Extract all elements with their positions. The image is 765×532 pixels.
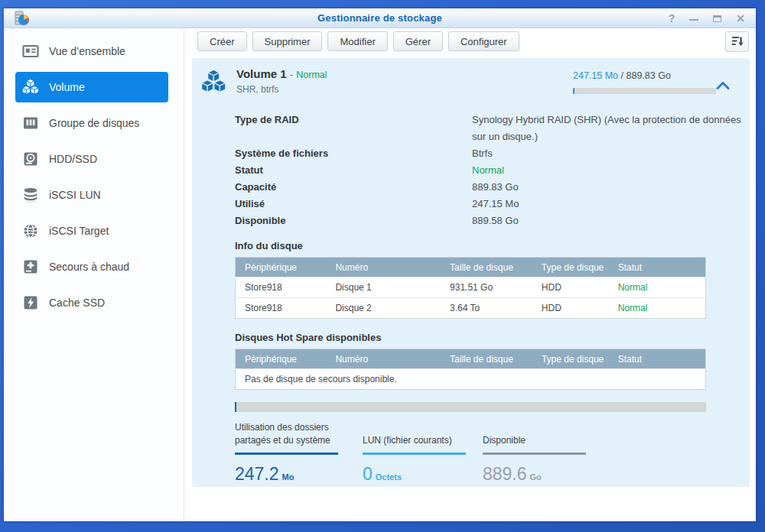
legend-unit: Octets xyxy=(376,472,402,482)
legend-underline-lun xyxy=(363,453,466,455)
detail-row: Système de fichiers Btrfs xyxy=(192,145,750,162)
detail-value: 889.83 Go xyxy=(472,179,749,196)
usage-used-text: 247.15 Mo xyxy=(573,70,618,81)
col-number: Numéro xyxy=(326,349,441,369)
volume-details: Type de RAID Synology Hybrid RAID (SHR) … xyxy=(192,112,750,229)
col-type: Type de disque xyxy=(532,349,609,369)
storage-manager-window: Gestionnaire de stockage ? ✕ Vue d’ense xyxy=(4,8,756,521)
status-cell: Normal xyxy=(609,298,706,319)
sidebar: Vue d’ensemble xyxy=(4,28,184,521)
usage-legend: Utilisation des dossiers partagés et du … xyxy=(192,420,750,485)
col-device: Périphérique xyxy=(236,258,327,277)
iscsi-lun-icon xyxy=(22,187,39,203)
col-status: Statut xyxy=(609,258,706,277)
window-title: Gestionnaire de stockage xyxy=(4,12,756,24)
iscsi-target-icon xyxy=(22,222,39,239)
legend-label: Utilisation des dossiers partagés et du … xyxy=(235,420,338,453)
configure-button[interactable]: Configurer xyxy=(448,31,519,51)
minimize-button[interactable] xyxy=(689,16,698,21)
legend-label: LUN (fichier courants) xyxy=(363,420,466,453)
table-row[interactable]: Store918 Disque 1 931.51 Go HDD Normal xyxy=(236,277,706,298)
col-device: Périphérique xyxy=(236,349,327,369)
detail-label: Type de RAID xyxy=(235,112,472,145)
delete-button[interactable]: Supprimer xyxy=(252,31,323,51)
legend-value: 0 xyxy=(363,464,373,485)
window-controls: ? ✕ xyxy=(669,8,745,28)
hot-spare-icon xyxy=(22,258,39,275)
sidebar-item-label: iSCSI Target xyxy=(49,225,109,237)
sidebar-item-iscsi-lun[interactable]: iSCSI LUN xyxy=(15,180,168,210)
detail-value: Btrfs xyxy=(472,145,749,162)
sidebar-item-iscsi-target[interactable]: iSCSI Target xyxy=(15,216,168,246)
minimize-icon xyxy=(689,19,698,21)
hot-spare-title: Disques Hot Spare disponibles xyxy=(235,332,750,343)
detail-label: Disponible xyxy=(235,212,472,229)
table-row[interactable]: Store918 Disque 2 3.64 To HDD Normal xyxy=(236,298,706,319)
maximize-icon xyxy=(713,15,721,22)
col-status: Statut xyxy=(609,349,706,369)
sidebar-item-volume[interactable]: Volume xyxy=(15,72,168,102)
volume-panel-area: Volume 1 - Normal SHR, btrfs 247.15 Mo /… xyxy=(184,54,756,521)
close-button[interactable]: ✕ xyxy=(736,13,745,24)
sidebar-item-label: iSCSI LUN xyxy=(49,189,101,201)
toolbar: Créer Supprimer Modifier Gérer Configure… xyxy=(184,28,756,54)
sidebar-item-label: Vue d’ensemble xyxy=(49,45,125,57)
hot-spare-table: Périphérique Numéro Taille de disque Typ… xyxy=(235,349,706,390)
usage-progress-bar xyxy=(573,88,716,94)
legend-shared-folders: Utilisation des dossiers partagés et du … xyxy=(235,420,338,485)
volume-cubes-icon-large xyxy=(201,68,226,96)
sidebar-item-hdd-ssd[interactable]: HDD/SSD xyxy=(15,144,168,174)
sidebar-item-ssd-cache[interactable]: Cache SSD xyxy=(15,287,168,318)
sidebar-item-label: Secours à chaud xyxy=(49,261,129,273)
volume-title: Volume 1 xyxy=(236,67,287,80)
volume-cubes-icon xyxy=(22,79,39,96)
legend-unit: Go xyxy=(530,472,542,482)
collapse-all-button[interactable] xyxy=(725,31,749,52)
manage-button[interactable]: Gérer xyxy=(393,31,443,51)
volume-status-badge: Normal xyxy=(296,70,327,80)
detail-value-status: Normal xyxy=(472,162,749,179)
table-header-row: Périphérique Numéro Taille de disque Typ… xyxy=(236,258,706,277)
disk-group-icon xyxy=(22,115,39,131)
legend-lun: LUN (fichier courants) 0 Octets xyxy=(363,420,466,485)
stacked-used-segment xyxy=(235,402,236,412)
legend-underline-used xyxy=(235,453,338,455)
status-cell: Normal xyxy=(609,277,706,298)
empty-row: Pas de disque de secours disponible. xyxy=(236,369,706,390)
detail-row: Disponible 889.58 Go xyxy=(192,212,750,229)
hot-spare-empty-text: Pas de disque de secours disponible. xyxy=(236,369,706,390)
col-size: Taille de disque xyxy=(441,258,532,277)
chevron-up-icon[interactable] xyxy=(715,79,731,92)
volume-status-dash: - xyxy=(290,69,293,80)
detail-value: 889.58 Go xyxy=(472,212,749,229)
usage-progress-fill xyxy=(573,88,575,94)
sidebar-item-overview[interactable]: Vue d’ensemble xyxy=(15,36,168,66)
detail-row: Utilisé 247.15 Mo xyxy=(192,196,750,212)
hdd-icon xyxy=(22,151,39,167)
volume-header: Volume 1 - Normal SHR, btrfs 247.15 Mo /… xyxy=(192,67,750,104)
help-button[interactable]: ? xyxy=(669,13,675,24)
maximize-button[interactable] xyxy=(713,15,721,22)
legend-label: Disponible xyxy=(483,420,586,453)
col-size: Taille de disque xyxy=(441,349,532,369)
modify-button[interactable]: Modifier xyxy=(327,31,387,51)
detail-row: Type de RAID Synology Hybrid RAID (SHR) … xyxy=(192,112,750,145)
create-button[interactable]: Créer xyxy=(197,31,247,51)
sidebar-item-label: Cache SSD xyxy=(49,297,105,309)
legend-unit: Mo xyxy=(282,472,295,482)
legend-underline-available xyxy=(483,453,586,455)
detail-row: Statut Normal xyxy=(192,162,750,179)
detail-value: Synology Hybrid RAID (SHR) (Avec la prot… xyxy=(472,112,749,145)
collapse-list-icon xyxy=(731,35,744,47)
col-type: Type de disque xyxy=(532,258,609,277)
content-area: Créer Supprimer Modifier Gérer Configure… xyxy=(184,28,756,521)
detail-label: Capacité xyxy=(235,179,472,196)
col-number: Numéro xyxy=(326,258,441,277)
table-header-row: Périphérique Numéro Taille de disque Typ… xyxy=(236,349,706,369)
volume-subtitle: SHR, btrfs xyxy=(236,84,327,95)
sidebar-item-disk-group[interactable]: Groupe de disques xyxy=(15,108,168,138)
sidebar-item-hot-spare[interactable]: Secours à chaud xyxy=(15,251,168,282)
sidebar-item-label: Volume xyxy=(49,81,85,93)
stacked-usage-bar xyxy=(235,402,706,412)
detail-row: Capacité 889.83 Go xyxy=(192,179,750,196)
